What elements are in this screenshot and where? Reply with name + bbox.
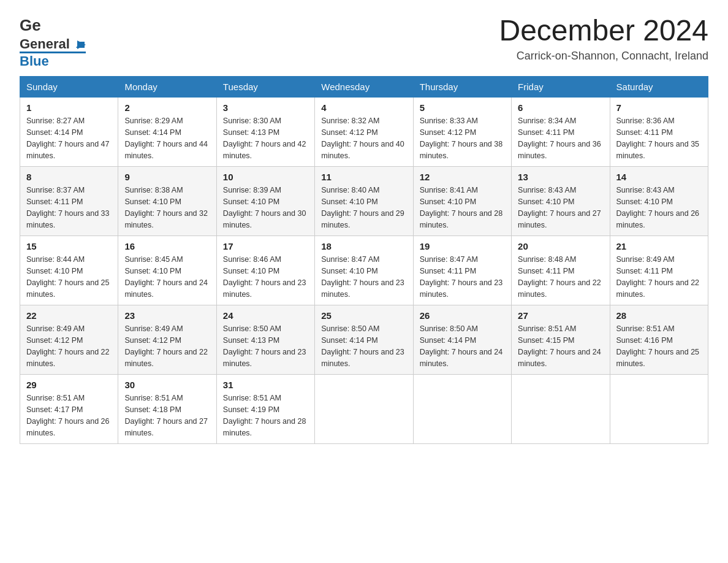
day-number: 14 [616, 172, 702, 182]
logo-icon: General [20, 15, 42, 37]
calendar-cell: 13 Sunrise: 8:43 AMSunset: 4:10 PMDaylig… [512, 167, 610, 236]
calendar-cell [512, 375, 610, 444]
day-number: 12 [420, 172, 505, 182]
day-info: Sunrise: 8:36 AMSunset: 4:11 PMDaylight:… [616, 117, 700, 159]
calendar-cell: 23 Sunrise: 8:49 AMSunset: 4:12 PMDaylig… [118, 305, 216, 375]
calendar-week-row: 1 Sunrise: 8:27 AMSunset: 4:14 PMDayligh… [20, 98, 708, 167]
calendar-cell: 5 Sunrise: 8:33 AMSunset: 4:12 PMDayligh… [413, 98, 511, 167]
calendar-cell [413, 375, 511, 444]
calendar-cell: 4 Sunrise: 8:32 AMSunset: 4:12 PMDayligh… [315, 98, 413, 167]
page-header: General General Blue December 2024 Carri… [20, 15, 708, 69]
day-info: Sunrise: 8:33 AMSunset: 4:12 PMDaylight:… [420, 117, 503, 159]
calendar-cell: 2 Sunrise: 8:29 AMSunset: 4:14 PMDayligh… [118, 98, 216, 167]
day-number: 25 [321, 310, 406, 321]
calendar-cell: 20 Sunrise: 8:48 AMSunset: 4:11 PMDaylig… [512, 236, 610, 305]
day-number: 18 [321, 241, 406, 251]
day-info: Sunrise: 8:30 AMSunset: 4:13 PMDaylight:… [223, 117, 306, 159]
day-info: Sunrise: 8:50 AMSunset: 4:14 PMDaylight:… [321, 324, 404, 367]
day-number: 9 [124, 172, 210, 182]
day-info: Sunrise: 8:39 AMSunset: 4:10 PMDaylight:… [223, 186, 306, 229]
calendar-cell: 9 Sunrise: 8:38 AMSunset: 4:10 PMDayligh… [118, 167, 216, 236]
day-number: 28 [616, 310, 702, 321]
day-info: Sunrise: 8:49 AMSunset: 4:11 PMDaylight:… [616, 255, 700, 298]
title-block: December 2024 Carrick-on-Shannon, Connac… [499, 15, 708, 63]
day-info: Sunrise: 8:44 AMSunset: 4:10 PMDaylight:… [26, 255, 110, 298]
calendar-cell: 3 Sunrise: 8:30 AMSunset: 4:13 PMDayligh… [216, 98, 314, 167]
day-info: Sunrise: 8:51 AMSunset: 4:16 PMDaylight:… [616, 324, 700, 367]
calendar-cell: 29 Sunrise: 8:51 AMSunset: 4:17 PMDaylig… [20, 375, 118, 444]
weekday-header-row: SundayMondayTuesdayWednesdayThursdayFrid… [20, 77, 708, 98]
logo-arrow-icon [75, 39, 86, 50]
calendar-cell: 25 Sunrise: 8:50 AMSunset: 4:14 PMDaylig… [315, 305, 413, 375]
day-number: 20 [518, 241, 603, 251]
month-title: December 2024 [499, 15, 708, 47]
day-number: 21 [616, 241, 702, 251]
day-info: Sunrise: 8:46 AMSunset: 4:10 PMDaylight:… [223, 255, 306, 298]
day-info: Sunrise: 8:50 AMSunset: 4:13 PMDaylight:… [223, 324, 306, 367]
day-number: 1 [26, 102, 112, 113]
day-number: 10 [223, 172, 308, 182]
day-number: 23 [124, 310, 210, 321]
location-text: Carrick-on-Shannon, Connacht, Ireland [499, 50, 708, 63]
calendar-cell [315, 375, 413, 444]
calendar-cell: 17 Sunrise: 8:46 AMSunset: 4:10 PMDaylig… [216, 236, 314, 305]
day-number: 6 [518, 102, 603, 113]
day-number: 8 [26, 172, 112, 182]
logo-general-text: General [20, 37, 86, 52]
calendar-week-row: 29 Sunrise: 8:51 AMSunset: 4:17 PMDaylig… [20, 375, 708, 444]
calendar-cell: 21 Sunrise: 8:49 AMSunset: 4:11 PMDaylig… [610, 236, 708, 305]
day-number: 2 [124, 102, 210, 113]
day-number: 26 [420, 310, 505, 321]
day-info: Sunrise: 8:37 AMSunset: 4:11 PMDaylight:… [26, 186, 110, 229]
weekday-header-monday: Monday [118, 77, 216, 98]
weekday-header-tuesday: Tuesday [216, 77, 314, 98]
day-info: Sunrise: 8:51 AMSunset: 4:15 PMDaylight:… [518, 324, 601, 367]
calendar-cell: 31 Sunrise: 8:51 AMSunset: 4:19 PMDaylig… [216, 375, 314, 444]
day-number: 5 [420, 102, 505, 113]
calendar-cell: 16 Sunrise: 8:45 AMSunset: 4:10 PMDaylig… [118, 236, 216, 305]
calendar-cell: 24 Sunrise: 8:50 AMSunset: 4:13 PMDaylig… [216, 305, 314, 375]
calendar-cell: 18 Sunrise: 8:47 AMSunset: 4:10 PMDaylig… [315, 236, 413, 305]
calendar-cell: 30 Sunrise: 8:51 AMSunset: 4:18 PMDaylig… [118, 375, 216, 444]
day-info: Sunrise: 8:51 AMSunset: 4:17 PMDaylight:… [26, 394, 110, 437]
day-info: Sunrise: 8:50 AMSunset: 4:14 PMDaylight:… [420, 324, 503, 367]
day-info: Sunrise: 8:27 AMSunset: 4:14 PMDaylight:… [26, 117, 110, 159]
weekday-header-sunday: Sunday [20, 77, 118, 98]
calendar-week-row: 15 Sunrise: 8:44 AMSunset: 4:10 PMDaylig… [20, 236, 708, 305]
calendar-table: SundayMondayTuesdayWednesdayThursdayFrid… [20, 76, 708, 444]
calendar-cell: 10 Sunrise: 8:39 AMSunset: 4:10 PMDaylig… [216, 167, 314, 236]
day-number: 16 [124, 241, 210, 251]
day-info: Sunrise: 8:45 AMSunset: 4:10 PMDaylight:… [124, 255, 208, 298]
day-number: 24 [223, 310, 308, 321]
logo: General General Blue [20, 15, 86, 69]
calendar-cell: 27 Sunrise: 8:51 AMSunset: 4:15 PMDaylig… [512, 305, 610, 375]
day-number: 13 [518, 172, 603, 182]
calendar-cell: 12 Sunrise: 8:41 AMSunset: 4:10 PMDaylig… [413, 167, 511, 236]
day-number: 15 [26, 241, 112, 251]
day-info: Sunrise: 8:41 AMSunset: 4:10 PMDaylight:… [420, 186, 503, 229]
day-number: 3 [223, 102, 308, 113]
calendar-week-row: 22 Sunrise: 8:49 AMSunset: 4:12 PMDaylig… [20, 305, 708, 375]
day-info: Sunrise: 8:47 AMSunset: 4:10 PMDaylight:… [321, 255, 404, 298]
calendar-cell: 6 Sunrise: 8:34 AMSunset: 4:11 PMDayligh… [512, 98, 610, 167]
calendar-week-row: 8 Sunrise: 8:37 AMSunset: 4:11 PMDayligh… [20, 167, 708, 236]
svg-text:General: General [20, 16, 42, 34]
day-number: 17 [223, 241, 308, 251]
day-info: Sunrise: 8:51 AMSunset: 4:18 PMDaylight:… [124, 394, 208, 437]
weekday-header-friday: Friday [512, 77, 610, 98]
day-info: Sunrise: 8:48 AMSunset: 4:11 PMDaylight:… [518, 255, 601, 298]
calendar-cell: 14 Sunrise: 8:43 AMSunset: 4:10 PMDaylig… [610, 167, 708, 236]
day-number: 31 [223, 380, 308, 390]
calendar-cell: 8 Sunrise: 8:37 AMSunset: 4:11 PMDayligh… [20, 167, 118, 236]
weekday-header-saturday: Saturday [610, 77, 708, 98]
day-number: 7 [616, 102, 702, 113]
day-number: 19 [420, 241, 505, 251]
day-info: Sunrise: 8:51 AMSunset: 4:19 PMDaylight:… [223, 394, 306, 437]
day-info: Sunrise: 8:49 AMSunset: 4:12 PMDaylight:… [124, 324, 208, 367]
day-number: 4 [321, 102, 406, 113]
calendar-cell: 7 Sunrise: 8:36 AMSunset: 4:11 PMDayligh… [610, 98, 708, 167]
day-info: Sunrise: 8:40 AMSunset: 4:10 PMDaylight:… [321, 186, 404, 229]
day-info: Sunrise: 8:47 AMSunset: 4:11 PMDaylight:… [420, 255, 503, 298]
day-number: 27 [518, 310, 603, 321]
day-number: 22 [26, 310, 112, 321]
